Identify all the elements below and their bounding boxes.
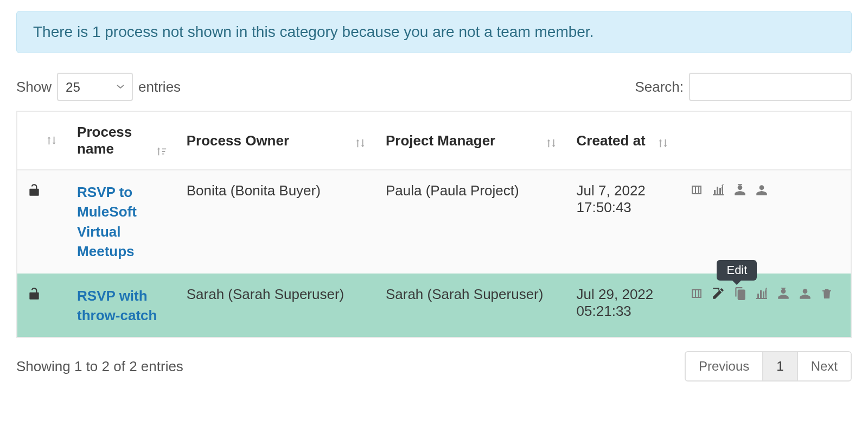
columns-icon (689, 287, 704, 300)
row-actions (688, 182, 841, 198)
pager-page-1[interactable]: 1 (762, 352, 796, 380)
pager: Previous 1 Next (685, 351, 852, 382)
sort-icon (657, 137, 669, 149)
copy-icon (733, 287, 747, 301)
pm-icon-button[interactable] (754, 182, 770, 198)
pm-icon (755, 183, 769, 197)
sort-icon (155, 145, 167, 157)
search-input[interactable] (689, 73, 852, 101)
chart-icon (711, 183, 726, 196)
trash-icon-button[interactable] (819, 286, 835, 301)
entries-suffix: entries (138, 79, 181, 96)
search-label: Search: (635, 79, 684, 96)
pager-previous[interactable]: Previous (686, 352, 762, 380)
show-entries: Show 25 entries (16, 73, 181, 101)
table-row: RSVP to MuleSoft Virtual MeetupsBonita (… (17, 170, 851, 274)
table-info: Showing 1 to 2 of 2 entries (16, 358, 183, 375)
edit-icon (711, 287, 725, 301)
pager-next[interactable]: Next (797, 352, 851, 380)
chart-icon (754, 287, 769, 300)
search-box: Search: (635, 73, 852, 101)
owner-icon-button[interactable] (732, 182, 748, 198)
col-header-actions (679, 111, 851, 170)
process-link[interactable]: RSVP to MuleSoft Virtual Meetups (77, 184, 137, 259)
info-alert-text: There is 1 process not shown in this cat… (33, 23, 593, 40)
process-link[interactable]: RSVP with throw-catch (77, 288, 157, 323)
sort-icon (354, 137, 366, 149)
row-actions: Edit (688, 286, 841, 301)
info-alert: There is 1 process not shown in this cat… (16, 11, 852, 53)
entries-select[interactable]: 25 (57, 73, 133, 101)
table-controls: Show 25 entries Search: (16, 73, 852, 101)
process-owner-cell: Sarah (Sarah Superuser) (177, 274, 376, 338)
unlock-icon (27, 286, 58, 301)
owner-icon-button[interactable] (775, 286, 792, 301)
table-footer: Showing 1 to 2 of 2 entries Previous 1 N… (16, 351, 852, 382)
tooltip: Edit (717, 260, 757, 281)
chart-icon-button[interactable] (710, 182, 726, 198)
show-entries-label: Show (16, 79, 52, 96)
project-manager-cell: Sarah (Sarah Superuser) (376, 274, 567, 338)
edit-icon-button[interactable]: Edit (710, 286, 726, 301)
process-table: Process name Process Owner Project Manag… (16, 111, 852, 338)
col-header-created[interactable]: Created at (567, 111, 679, 170)
columns-icon-button[interactable] (688, 182, 705, 198)
table-row: RSVP with throw-catchSarah (Sarah Superu… (17, 274, 851, 338)
col-header-name[interactable]: Process name (67, 111, 177, 170)
process-owner-cell: Bonita (Bonita Buyer) (177, 170, 376, 274)
columns-icon-button[interactable] (688, 286, 705, 301)
trash-icon (820, 287, 833, 301)
columns-icon (689, 183, 704, 196)
copy-icon-button[interactable] (732, 286, 748, 301)
col-header-owner[interactable]: Process Owner (177, 111, 376, 170)
col-header-status[interactable] (17, 111, 67, 170)
unlock-icon (27, 182, 58, 198)
owner-icon (776, 287, 790, 301)
created-at-cell: Jul 7, 2022 17:50:43 (567, 170, 679, 274)
project-manager-cell: Paula (Paula Project) (376, 170, 567, 274)
created-at-cell: Jul 29, 2022 05:21:33 (567, 274, 679, 338)
pm-icon (798, 287, 812, 301)
pm-icon-button[interactable] (797, 286, 813, 301)
sort-icon (545, 137, 557, 149)
owner-icon (733, 183, 747, 197)
chart-icon-button[interactable] (754, 286, 770, 301)
col-header-pm[interactable]: Project Manager (376, 111, 567, 170)
sort-icon (46, 135, 58, 147)
